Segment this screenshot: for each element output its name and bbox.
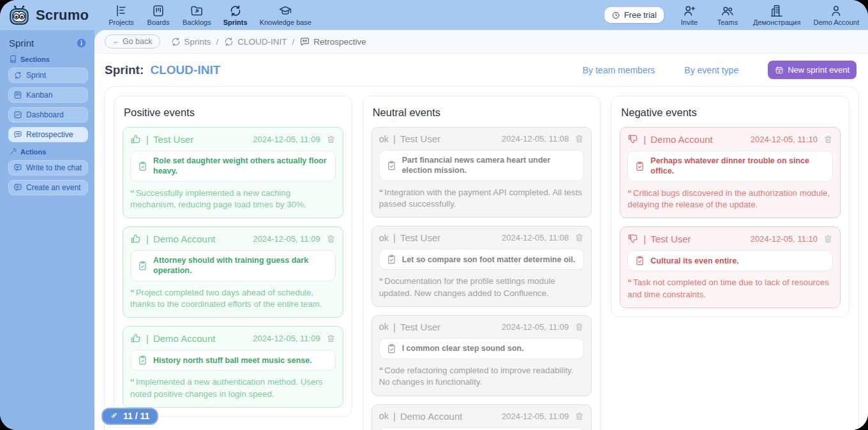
event-quote: “Task not completed on time due to lack … <box>627 277 833 300</box>
backlogs-icon <box>190 4 204 18</box>
column-negative-events: Negative events|Demo Account2024-12-05, … <box>611 96 849 317</box>
page-title: Sprint: CLOUD-INIT <box>105 63 220 77</box>
event-author: Test User <box>400 322 440 332</box>
nav-item-backlogs[interactable]: Backlogs <box>183 4 211 26</box>
thumbs-up-icon <box>130 332 142 344</box>
event-card: ok|Test User2024-12-05, 11:08Part financ… <box>371 127 592 218</box>
nav-item-projects[interactable]: Projects <box>108 4 134 26</box>
sidebar-action-write-to-the-chat[interactable]: Write to the chat <box>8 160 88 175</box>
event-quote-text: Implemented a new authentication method.… <box>130 377 322 398</box>
trash-icon[interactable] <box>574 134 584 144</box>
quote-mark: “ <box>130 377 135 387</box>
column-positive-events: Positive events|Test User2024-12-05, 11:… <box>114 96 352 417</box>
breadcrumb-item-label: Retrospective <box>313 37 366 47</box>
breadcrumb-bar: ← Go back Sprints/CLOUD-INIT/Retrospecti… <box>94 30 868 54</box>
nav-item-boards[interactable]: Boards <box>146 4 171 26</box>
thumbs-up-icon <box>130 133 142 145</box>
dashboard-icon <box>13 110 22 119</box>
event-card: |Test User2024-12-05, 11:10Cultural its … <box>620 226 841 308</box>
clipboard-icon <box>137 355 148 366</box>
clipboard-icon <box>634 161 645 172</box>
breadcrumb-item-sprints[interactable]: Sprints <box>170 36 211 47</box>
nav-item-label: Backlogs <box>183 19 211 26</box>
event-card-header: |Test User2024-12-05, 11:10 <box>627 233 833 244</box>
by-event-type-link[interactable]: By event type <box>684 65 738 75</box>
event-author: Demo Account <box>650 134 713 145</box>
thumbs-up-icon <box>130 233 142 244</box>
free-trial-badge[interactable]: Free trial <box>604 7 664 23</box>
top-bar-right: Free trial InviteTeamsДемонстрацияDemo A… <box>604 4 859 26</box>
topbar-item-invite[interactable]: Invite <box>677 4 702 26</box>
building-icon <box>770 4 784 18</box>
column-neutral-events: Neutral eventsok|Test User2024-12-05, 11… <box>363 96 601 430</box>
reaction <box>130 332 142 344</box>
header-actions: By team members By event type New sprint… <box>583 61 857 79</box>
trash-icon[interactable] <box>326 135 336 144</box>
app-name: Scrumo <box>36 7 89 24</box>
nav-item-knowledge-base[interactable]: Knowledge base <box>260 4 311 26</box>
reaction: ok <box>379 233 389 243</box>
sidebar-header: Sprint <box>9 38 87 48</box>
event-quote-text: Project completed two days ahead of sche… <box>130 288 322 309</box>
sidebar-action-create-an-event[interactable]: Create an event <box>8 180 88 195</box>
topbar-item-teams[interactable]: Teams <box>715 4 740 26</box>
reaction <box>627 133 639 145</box>
ok-reaction-label: ok <box>379 134 389 144</box>
topbar-item-demo-account[interactable]: Demo Account <box>813 4 859 26</box>
go-back-button[interactable]: ← Go back <box>105 34 160 48</box>
trash-icon[interactable] <box>823 234 833 244</box>
author-separator: | <box>643 134 646 145</box>
knowledge-base-icon <box>278 4 292 18</box>
event-author: Test User <box>650 234 691 244</box>
app-logo[interactable]: Scrumo <box>8 5 101 26</box>
trash-icon[interactable] <box>823 135 833 144</box>
actions-header: Actions <box>9 147 87 156</box>
event-title: History north stuff ball meet music sens… <box>153 355 312 366</box>
trash-icon[interactable] <box>574 411 584 421</box>
page-title-label: Sprint: <box>105 63 144 77</box>
sections-header: Sections <box>9 55 87 63</box>
thumbs-down-icon <box>627 133 639 145</box>
sprints-icon <box>228 4 243 18</box>
sidebar-item-kanban[interactable]: Kanban <box>8 87 88 103</box>
event-columns: Positive events|Test User2024-12-05, 11:… <box>114 96 849 430</box>
event-card-header: ok|Test User2024-12-05, 11:08 <box>379 133 585 144</box>
event-card: |Demo Account2024-12-05, 11:09History no… <box>123 326 343 408</box>
sidebar-item-dashboard[interactable]: Dashboard <box>8 107 88 122</box>
trash-icon[interactable] <box>326 334 336 343</box>
trash-icon[interactable] <box>326 234 336 244</box>
loop-icon <box>13 71 22 80</box>
ok-reaction-label: ok <box>379 322 389 332</box>
sidebar-item-label: Sprint <box>26 71 46 80</box>
topbar-item-демонстрация[interactable]: Демонстрация <box>753 4 801 26</box>
sidebar-item-sprint[interactable]: Sprint <box>8 68 88 83</box>
trash-icon[interactable] <box>574 322 584 332</box>
breadcrumb: Sprints/CLOUD-INIT/Retrospective <box>170 36 366 47</box>
author-separator: | <box>393 411 396 422</box>
nav-item-label: Projects <box>108 19 134 26</box>
wand-icon <box>9 147 17 156</box>
author-separator: | <box>146 333 149 344</box>
event-author: Test User <box>153 134 193 145</box>
reaction <box>130 133 142 145</box>
by-team-members-link[interactable]: By team members <box>583 65 655 75</box>
clipboard-icon <box>137 260 148 271</box>
message-icon <box>13 163 22 172</box>
nav-item-sprints[interactable]: Sprints <box>223 4 248 26</box>
new-sprint-event-button[interactable]: New sprint event <box>768 61 857 79</box>
loop-icon <box>223 36 234 47</box>
event-author: Demo Account <box>400 411 463 422</box>
event-quote: “Documentation for the profile settings … <box>379 276 585 299</box>
column-title: Positive events <box>124 107 342 119</box>
teams-icon <box>721 4 735 18</box>
main-panel: ← Go back Sprints/CLOUD-INIT/Retrospecti… <box>94 30 868 430</box>
event-title: Cultural its even entire. <box>650 256 738 266</box>
breadcrumb-item-cloud-init[interactable]: CLOUD-INIT <box>223 36 287 47</box>
trash-icon[interactable] <box>574 233 584 242</box>
reaction: ok <box>379 134 389 144</box>
info-icon[interactable] <box>76 38 87 48</box>
reaction <box>130 233 142 244</box>
topbar-item-label: Invite <box>681 19 698 26</box>
sidebar-item-retrospective[interactable]: Retrospective <box>8 127 88 142</box>
event-title: I common clear step sound son. <box>402 343 524 353</box>
